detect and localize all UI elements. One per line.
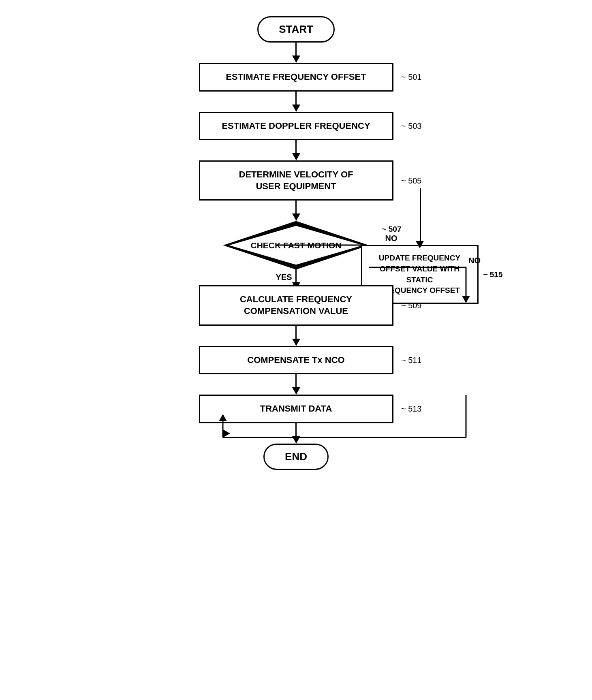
arrow-503-to-505 — [292, 140, 300, 160]
node-507-label: CHECK FAST MOTION — [251, 240, 342, 250]
no-arrow-head — [416, 241, 424, 248]
arrow-511-to-513 — [292, 374, 300, 395]
node-509-label: CALCULATE FREQUENCYCOMPENSATION VALUE — [199, 285, 393, 325]
start-node: START — [257, 16, 335, 43]
node-511: COMPENSATE Tx NCO ~ 511 — [199, 346, 393, 375]
node-503-label: ESTIMATE DOPPLER FREQUENCY — [199, 112, 393, 141]
end-label: END — [263, 444, 329, 470]
node-513: TRANSMIT DATA ~ 513 — [199, 395, 393, 423]
node-501: ESTIMATE FREQUENCY OFFSET ~ 501 — [199, 63, 393, 92]
no-line-v — [420, 188, 421, 245]
ref-513: ~ 513 — [401, 404, 422, 414]
ref-515: ~ 515 — [483, 270, 502, 279]
node-513-label: TRANSMIT DATA — [199, 395, 393, 423]
ref-509: ~ 509 — [401, 301, 422, 310]
flowchart: START ESTIMATE FREQUENCY OFFSET ~ 501 ES… — [114, 16, 479, 470]
node-503: ESTIMATE DOPPLER FREQUENCY ~ 503 — [199, 112, 393, 141]
arrow-505-to-507 — [292, 201, 300, 221]
no-label: NO — [385, 234, 398, 243]
ref-501: ~ 501 — [401, 73, 422, 82]
yes-label: YES — [276, 273, 292, 282]
start-label: START — [257, 16, 335, 43]
yes-branch: YES — [292, 269, 300, 282]
arrow-start-to-501 — [292, 43, 300, 63]
node-501-label: ESTIMATE FREQUENCY OFFSET — [199, 63, 393, 92]
ref-511: ~ 511 — [401, 355, 422, 365]
ref-505: ~ 505 — [401, 176, 422, 185]
end-node: END — [263, 444, 329, 470]
node-509: CALCULATE FREQUENCYCOMPENSATION VALUE ~ … — [199, 285, 393, 325]
node-505: DETERMINE VELOCITY OFUSER EQUIPMENT ~ 50… — [199, 160, 393, 201]
ref-507: ~ 507 — [382, 225, 401, 234]
node-505-label: DETERMINE VELOCITY OFUSER EQUIPMENT — [199, 160, 393, 201]
arrow-513-to-end — [292, 423, 300, 444]
ref-503: ~ 503 — [401, 121, 422, 130]
arrow-501-to-503 — [292, 92, 300, 112]
node-511-label: COMPENSATE Tx NCO — [199, 346, 393, 375]
arrow-509-to-511 — [292, 326, 300, 346]
